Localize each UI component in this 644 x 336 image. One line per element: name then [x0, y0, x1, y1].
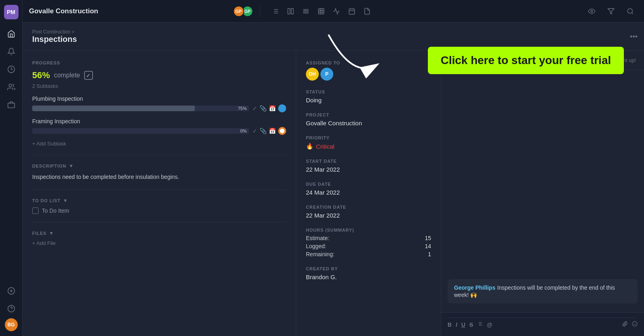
- progress-bar-1: 75%: [32, 106, 249, 111]
- todo-chevron[interactable]: ▼: [63, 198, 68, 203]
- editor-bold-btn[interactable]: B: [448, 321, 452, 328]
- view-columns-btn[interactable]: [283, 4, 298, 19]
- priority-label: PRIORITY: [306, 135, 431, 140]
- divider-3: [32, 222, 286, 222]
- view-list-btn[interactable]: [268, 4, 283, 19]
- comment-item-1: George Phillips Inspections will be comp…: [448, 279, 638, 303]
- hours-estimate-row: Estimate: 15: [306, 235, 431, 241]
- hours-remaining-row: Remaining: 1: [306, 251, 431, 257]
- editor-attach-btn[interactable]: [622, 321, 628, 328]
- panels: PROGRESS 56% complete ✓ 2 Subtasks Plumb…: [23, 51, 644, 336]
- app-logo[interactable]: PM: [4, 5, 19, 19]
- svg-rect-14: [288, 8, 290, 14]
- editor-list-btn[interactable]: [477, 321, 483, 328]
- status-section: STATUS Doing: [306, 89, 431, 104]
- assigned-to-label: ASSIGNED TO: [306, 60, 431, 65]
- sidebar-item-home[interactable]: [3, 26, 19, 42]
- progress-complete-text: complete: [54, 72, 80, 79]
- svg-marker-30: [608, 8, 614, 14]
- sidebar-item-projects[interactable]: [3, 97, 19, 113]
- view-chart-btn[interactable]: [329, 4, 344, 19]
- page-title: Inspections: [32, 35, 634, 44]
- project-value: Govalle Construction: [306, 120, 431, 127]
- creation-date-section: CREATION DATE 22 Mar 2022: [306, 205, 431, 219]
- editor-emoji-btn[interactable]: [632, 321, 638, 328]
- subtask-check-icon-1[interactable]: ✓: [252, 105, 257, 112]
- progress-value: 56%: [32, 70, 50, 81]
- subtask-icons-2: ✓ 📎 📅: [252, 127, 286, 135]
- user-avatar[interactable]: BG: [5, 318, 18, 331]
- add-file-btn[interactable]: + Add File: [32, 240, 286, 246]
- due-date-value: 24 Mar 2022: [306, 189, 431, 196]
- eye-icon-btn[interactable]: [584, 4, 599, 19]
- subtask-name-1: Plumbing Inspection: [32, 95, 286, 102]
- divider-2: [32, 189, 286, 190]
- subtask-item-2: Framing Inspection 0% ✓ 📎 📅: [32, 118, 286, 135]
- subtask-calendar-icon-1[interactable]: 📅: [269, 105, 276, 112]
- subtask-attach-icon-2[interactable]: 📎: [260, 128, 266, 134]
- editor-mention-btn[interactable]: @: [487, 321, 492, 328]
- progress-checkbox[interactable]: ✓: [84, 71, 93, 80]
- comment-editor[interactable]: B I U S @: [441, 312, 644, 336]
- progress-bar-label-1: 75%: [238, 106, 247, 111]
- status-label: STATUS: [306, 89, 431, 94]
- editor-italic-btn[interactable]: I: [456, 321, 457, 328]
- sidebar-item-users[interactable]: [3, 79, 19, 95]
- view-calendar-btn[interactable]: [345, 4, 359, 19]
- progress-label: PROGRESS: [32, 60, 286, 65]
- subtask-icons-1: ✓ 📎 📅: [252, 104, 286, 112]
- progress-bar-label-2: 0%: [240, 129, 247, 133]
- subtask-check-icon-2[interactable]: ✓: [252, 128, 257, 134]
- files-chevron[interactable]: ▼: [49, 230, 54, 236]
- sidebar-item-clock[interactable]: [3, 61, 19, 77]
- editor-strikethrough-btn[interactable]: S: [469, 321, 473, 328]
- sidebar-item-help[interactable]: [3, 301, 19, 317]
- subtask-item-1: Plumbing Inspection 75% ✓ 📎 📅: [32, 95, 286, 112]
- subtask-attach-icon-1[interactable]: 📎: [260, 105, 266, 112]
- svg-line-32: [632, 12, 633, 14]
- left-panel: PROGRESS 56% complete ✓ 2 Subtasks Plumb…: [23, 51, 296, 336]
- svg-rect-20: [318, 8, 324, 14]
- project-section: PROJECT Govalle Construction: [306, 112, 431, 127]
- creation-date-label: CREATION DATE: [306, 205, 431, 209]
- comments-body: [441, 70, 644, 274]
- assigned-avatar-p[interactable]: P: [320, 68, 333, 81]
- todo-checkbox[interactable]: [32, 207, 39, 214]
- editor-underline-btn[interactable]: U: [461, 321, 465, 328]
- hours-estimate-label: Estimate:: [306, 235, 329, 241]
- assigned-avatar-dh[interactable]: DH: [306, 68, 319, 81]
- comment-author-1: George Phillips: [454, 284, 495, 291]
- files-header: FILES ▼: [32, 230, 286, 236]
- cta-banner[interactable]: Click here to start your free trial: [428, 47, 624, 74]
- subtask-avatar-2[interactable]: [278, 127, 286, 135]
- subtask-avatar-1[interactable]: [278, 104, 286, 112]
- comment-block: George Phillips Inspections will be comp…: [441, 274, 644, 312]
- subtasks-count: 2 Subtasks: [32, 83, 286, 89]
- search-icon-btn[interactable]: [623, 4, 638, 19]
- fire-icon: 🔥: [306, 143, 314, 150]
- view-document-btn[interactable]: [360, 4, 374, 19]
- more-options-btn[interactable]: •••: [630, 32, 638, 41]
- description-chevron[interactable]: ▼: [69, 163, 74, 169]
- description-text: Inspections need to be completed before …: [32, 173, 286, 181]
- hours-estimate-value: 15: [425, 235, 431, 241]
- progress-header: 56% complete ✓: [32, 70, 286, 81]
- progress-bar-fill-1: [32, 106, 195, 111]
- svg-rect-25: [349, 9, 355, 15]
- assigned-avatars: DH P: [306, 68, 431, 81]
- sidebar-item-alerts[interactable]: [3, 44, 19, 60]
- subtask-name-2: Framing Inspection: [32, 118, 286, 124]
- view-sort-btn[interactable]: [299, 4, 313, 19]
- hours-section: HOURS (SUMMARY) Estimate: 15 Logged: 14 …: [306, 228, 431, 257]
- view-table-btn[interactable]: [314, 4, 328, 19]
- sidebar-item-add[interactable]: [3, 283, 19, 299]
- add-subtask-btn[interactable]: + Add Subtask: [32, 141, 286, 147]
- topbar-avatar-1[interactable]: GP: [233, 6, 244, 17]
- middle-panel: ASSIGNED TO DH P STATUS Doing PROJECT Go…: [296, 51, 441, 336]
- svg-point-31: [627, 8, 632, 13]
- svg-rect-2: [8, 103, 14, 108]
- filter-icon-btn[interactable]: [604, 4, 618, 19]
- subtask-calendar-icon-2[interactable]: 📅: [269, 128, 276, 134]
- status-value: Doing: [306, 97, 431, 104]
- todo-header: TO DO LIST ▼: [32, 198, 286, 203]
